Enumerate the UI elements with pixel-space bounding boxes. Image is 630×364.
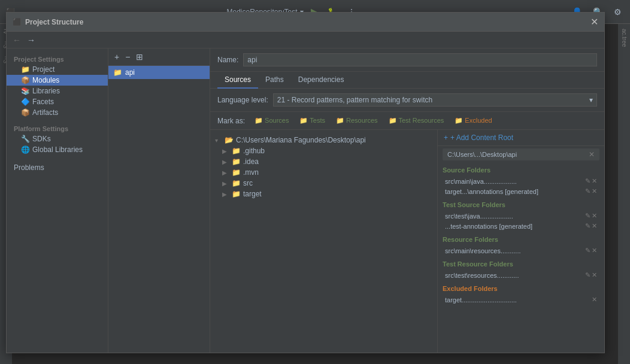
excluded-folder-icon: 📁 [455, 117, 465, 124]
middle-panel: + − ⊞ 📁 api [108, 48, 210, 353]
tree-item-idea[interactable]: ▶ 📁 .idea [213, 156, 435, 167]
name-label: Name: [217, 56, 238, 64]
test-source-entry-0-close[interactable]: ✕ [592, 212, 597, 220]
test-source-folders-section: Test Source Folders src\test\java.......… [438, 198, 604, 232]
test-resource-folders-section: Test Resource Folders src\test\resources… [438, 257, 604, 281]
nav-forward-button[interactable]: → [26, 34, 37, 46]
sidebar-item-libraries[interactable]: 📚 Libraries [7, 86, 108, 96]
source-entry-1-actions: ✎ ✕ [585, 187, 597, 195]
mvn-toggle: ▶ [222, 169, 229, 176]
mark-test-resources-button[interactable]: 📁 Test Resources [385, 116, 448, 126]
add-module-button[interactable]: + [112, 51, 122, 63]
source-entry-0-edit[interactable]: ✎ [585, 177, 590, 185]
sidebar-item-global-libraries[interactable]: 🌐 Global Libraries [7, 144, 108, 155]
resource-entry-0-edit[interactable]: ✎ [585, 247, 590, 254]
side-right-strip: ac.tree [618, 24, 630, 364]
language-level-select[interactable]: 21 - Record patterns, pattern matching f… [273, 93, 597, 107]
test-source-entry-1-edit[interactable]: ✎ [585, 222, 590, 230]
test-resources-folder-icon: 📁 [389, 117, 399, 124]
plus-icon: + [444, 134, 448, 142]
sidebar-item-modules[interactable]: 📦 Modules [7, 75, 108, 86]
info-panel: + + Add Content Root C:\Users\...\Deskto… [438, 130, 604, 353]
excluded-entry-0: target.............................. ✕ [443, 295, 599, 305]
copy-module-button[interactable]: ⊞ [134, 51, 146, 63]
global-libraries-icon: 🌐 [21, 145, 30, 154]
dialog-icon: ⬛ [13, 18, 22, 26]
tree-item-src[interactable]: ▶ 📁 src [213, 178, 435, 189]
test-source-entry-1-actions: ✎ ✕ [585, 222, 597, 230]
path-badge-close-button[interactable]: ✕ [589, 150, 595, 159]
dialog-close-button[interactable]: ✕ [590, 16, 598, 28]
github-toggle: ▶ [222, 148, 229, 154]
add-root-bar: + + Add Content Root [438, 130, 604, 146]
sidebar-item-artifacts[interactable]: 📦 Artifacts [7, 107, 108, 118]
name-input[interactable] [243, 53, 597, 66]
module-folder-icon: 📁 [113, 68, 122, 77]
sidebar-item-problems[interactable]: Problems [7, 162, 108, 173]
modules-icon: 📦 [21, 76, 30, 84]
language-level-row: Language level: 21 - Record patterns, pa… [210, 89, 604, 112]
nav-back-button[interactable]: ← [11, 34, 22, 46]
src-toggle: ▶ [222, 180, 229, 187]
source-entry-1-close[interactable]: ✕ [592, 187, 597, 195]
excluded-entry-0-close[interactable]: ✕ [592, 296, 597, 304]
test-source-entry-1-close[interactable]: ✕ [592, 222, 597, 230]
source-entry-0: src\main\java.................. ✎ ✕ [443, 176, 599, 186]
tree-item-github[interactable]: ▶ 📁 .github [213, 145, 435, 156]
sidebar-item-facets[interactable]: 🔷 Facets [7, 96, 108, 107]
tree-root[interactable]: ▾ 📂 C:\Users\Mariana Fagundes\Desktop\ap… [213, 135, 435, 145]
resource-folders-title: Resource Folders [443, 236, 599, 243]
remove-module-button[interactable]: − [123, 51, 132, 63]
test-source-folders-title: Test Source Folders [443, 201, 599, 208]
resources-folder-icon: 📁 [336, 117, 346, 124]
add-content-root-button[interactable]: + + Add Content Root [444, 134, 513, 142]
source-entry-0-close[interactable]: ✕ [592, 177, 597, 185]
mark-tests-button[interactable]: 📁 Tests [296, 116, 329, 126]
test-source-entry-0-edit[interactable]: ✎ [585, 212, 590, 220]
tests-folder-icon: 📁 [299, 117, 310, 124]
target-toggle: ▶ [222, 191, 229, 198]
root-folder-icon: 📂 [225, 136, 234, 144]
tree-item-mvn[interactable]: ▶ 📁 .mvn [213, 167, 435, 178]
mark-resources-button[interactable]: 📁 Resources [332, 116, 381, 126]
sidebar-item-sdks[interactable]: 🔧 SDKs [7, 134, 108, 144]
artifacts-icon: 📦 [21, 108, 30, 117]
tab-paths[interactable]: Paths [258, 72, 291, 89]
project-structure-dialog: ⬛ Project Structure ✕ ← → Project Settin… [6, 12, 605, 353]
root-toggle: ▾ [215, 137, 222, 144]
platform-settings-header: Platform Settings [7, 123, 108, 134]
mark-excluded-button[interactable]: 📁 Excluded [451, 116, 495, 126]
test-resource-folders-title: Test Resource Folders [443, 260, 599, 268]
tree-area: ▾ 📂 C:\Users\Mariana Fagundes\Desktop\ap… [210, 130, 438, 353]
tree-item-target[interactable]: ▶ 📁 target [213, 189, 435, 199]
mark-sources-button[interactable]: 📁 Sources [251, 116, 292, 126]
libraries-icon: 📚 [21, 87, 30, 95]
test-resource-entry-0-close[interactable]: ✕ [592, 271, 597, 279]
test-resource-entry-0: src\test\resources............ ✎ ✕ [443, 270, 599, 280]
source-entry-1-edit[interactable]: ✎ [585, 187, 590, 195]
src-folder-icon: 📁 [232, 179, 241, 187]
sidebar-item-project[interactable]: 📁 Project [7, 64, 108, 75]
dialog-body: Project Settings 📁 Project 📦 Modules 📚 L… [7, 48, 604, 353]
right-panel: Name: Sources Paths Dependencies Languag… [210, 48, 604, 353]
dialog-title-bar: ⬛ Project Structure ✕ [7, 13, 604, 32]
test-source-entry-0: src\test\java.................. ✎ ✕ [443, 211, 599, 221]
idea-toggle: ▶ [222, 159, 229, 165]
resource-folders-section: Resource Folders src\main\resources.....… [438, 232, 604, 257]
tab-dependencies[interactable]: Dependencies [291, 72, 352, 89]
project-settings-header: Project Settings [7, 53, 108, 64]
test-resource-entry-0-edit[interactable]: ✎ [585, 271, 590, 279]
github-folder-icon: 📁 [232, 147, 241, 155]
content-area: ▾ 📂 C:\Users\Mariana Fagundes\Desktop\ap… [210, 130, 604, 353]
sources-folder-icon: 📁 [255, 117, 265, 124]
mark-as-row: Mark as: 📁 Sources 📁 Tests 📁 Resources 📁… [210, 112, 604, 130]
dialog-title: ⬛ Project Structure [13, 18, 83, 26]
module-item-api[interactable]: 📁 api [108, 66, 210, 79]
resource-entry-0-close[interactable]: ✕ [592, 247, 597, 254]
side-panel-ac-tree[interactable]: ac.tree [620, 26, 629, 50]
source-entry-1: target...\annotations [generated] ✎ ✕ [443, 186, 599, 196]
tab-sources[interactable]: Sources [217, 72, 258, 89]
settings-button[interactable]: ⚙ [611, 6, 624, 18]
source-entry-0-actions: ✎ ✕ [585, 177, 597, 185]
test-resource-entry-0-actions: ✎ ✕ [585, 271, 597, 279]
